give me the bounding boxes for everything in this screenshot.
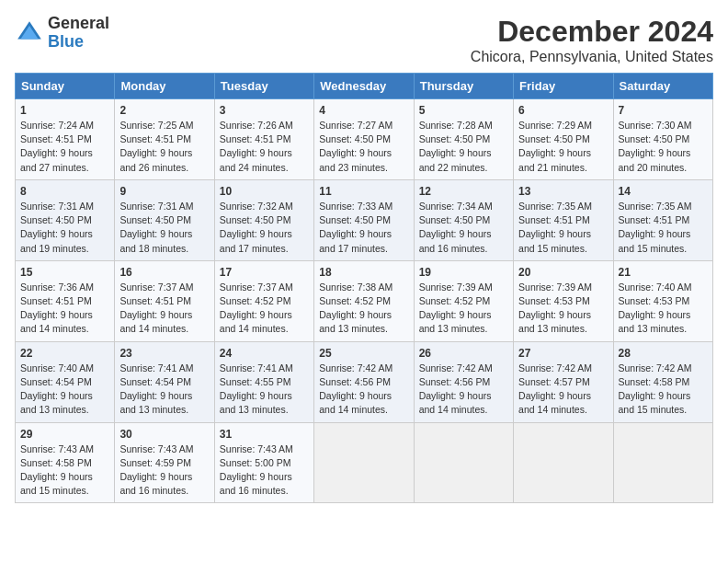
daylight-text: Daylight: 9 hours and 27 minutes.: [20, 147, 93, 172]
sunset-text: Sunset: 4:57 PM: [518, 376, 590, 387]
sunset-text: Sunset: 4:53 PM: [518, 295, 590, 306]
day-info: Sunrise: 7:27 AM Sunset: 4:50 PM Dayligh…: [319, 119, 408, 175]
daylight-text: Daylight: 9 hours and 23 minutes.: [319, 147, 392, 172]
page-header: General Blue December 2024 Chicora, Penn…: [15, 15, 713, 65]
daylight-text: Daylight: 9 hours and 16 minutes.: [419, 228, 492, 253]
sunrise-text: Sunrise: 7:25 AM: [119, 120, 193, 131]
calendar-cell: [514, 422, 613, 503]
sunrise-text: Sunrise: 7:43 AM: [220, 443, 293, 454]
daylight-text: Daylight: 9 hours and 15 minutes.: [20, 471, 93, 496]
sunrise-text: Sunrise: 7:36 AM: [20, 282, 94, 293]
title-block: December 2024 Chicora, Pennsylvania, Uni…: [471, 15, 713, 65]
daylight-text: Daylight: 9 hours and 15 minutes.: [518, 228, 591, 253]
daylight-text: Daylight: 9 hours and 13 minutes.: [20, 390, 93, 415]
column-header-tuesday: Tuesday: [214, 74, 313, 99]
calendar-cell: 5 Sunrise: 7:28 AM Sunset: 4:50 PM Dayli…: [414, 99, 513, 180]
daylight-text: Daylight: 9 hours and 24 minutes.: [220, 147, 292, 172]
day-number: 13: [518, 185, 608, 198]
calendar-cell: 10 Sunrise: 7:32 AM Sunset: 4:50 PM Dayl…: [214, 179, 313, 260]
sunset-text: Sunset: 5:00 PM: [220, 457, 291, 468]
day-number: 4: [319, 104, 408, 117]
day-info: Sunrise: 7:30 AM Sunset: 4:50 PM Dayligh…: [619, 119, 708, 175]
calendar-cell: 18 Sunrise: 7:38 AM Sunset: 4:52 PM Dayl…: [314, 260, 414, 341]
day-number: 12: [419, 185, 508, 198]
daylight-text: Daylight: 9 hours and 14 minutes.: [319, 390, 392, 415]
sunrise-text: Sunrise: 7:32 AM: [220, 201, 293, 212]
sunrise-text: Sunrise: 7:35 AM: [518, 201, 592, 212]
sunrise-text: Sunrise: 7:26 AM: [220, 120, 293, 131]
sunrise-text: Sunrise: 7:40 AM: [619, 282, 692, 293]
daylight-text: Daylight: 9 hours and 14 minutes.: [119, 309, 192, 334]
day-info: Sunrise: 7:25 AM Sunset: 4:51 PM Dayligh…: [119, 119, 209, 175]
day-number: 24: [220, 347, 309, 360]
calendar-cell: 29 Sunrise: 7:43 AM Sunset: 4:58 PM Dayl…: [16, 422, 115, 503]
daylight-text: Daylight: 9 hours and 17 minutes.: [220, 228, 292, 253]
sunrise-text: Sunrise: 7:42 AM: [619, 362, 692, 373]
calendar-week-row: 22 Sunrise: 7:40 AM Sunset: 4:54 PM Dayl…: [16, 341, 713, 422]
logo-icon: [15, 18, 44, 48]
day-number: 6: [518, 104, 608, 117]
sunset-text: Sunset: 4:54 PM: [119, 376, 191, 387]
daylight-text: Daylight: 9 hours and 13 minutes.: [619, 309, 691, 334]
calendar-cell: 21 Sunrise: 7:40 AM Sunset: 4:53 PM Dayl…: [613, 260, 712, 341]
calendar-cell: 26 Sunrise: 7:42 AM Sunset: 4:56 PM Dayl…: [414, 341, 513, 422]
day-info: Sunrise: 7:43 AM Sunset: 5:00 PM Dayligh…: [220, 442, 309, 499]
calendar-cell: 1 Sunrise: 7:24 AM Sunset: 4:51 PM Dayli…: [16, 99, 115, 180]
sunset-text: Sunset: 4:51 PM: [619, 214, 690, 225]
calendar-cell: [414, 422, 513, 503]
calendar-cell: 28 Sunrise: 7:42 AM Sunset: 4:58 PM Dayl…: [613, 341, 712, 422]
calendar-week-row: 15 Sunrise: 7:36 AM Sunset: 4:51 PM Dayl…: [16, 260, 713, 341]
day-info: Sunrise: 7:34 AM Sunset: 4:50 PM Dayligh…: [419, 200, 508, 256]
sunrise-text: Sunrise: 7:39 AM: [419, 282, 493, 293]
sunrise-text: Sunrise: 7:41 AM: [220, 362, 293, 373]
day-info: Sunrise: 7:29 AM Sunset: 4:50 PM Dayligh…: [518, 119, 608, 175]
sunset-text: Sunset: 4:54 PM: [20, 376, 92, 387]
calendar-week-row: 8 Sunrise: 7:31 AM Sunset: 4:50 PM Dayli…: [16, 179, 713, 260]
sunset-text: Sunset: 4:50 PM: [419, 133, 491, 144]
daylight-text: Daylight: 9 hours and 16 minutes.: [220, 471, 292, 496]
column-header-thursday: Thursday: [414, 74, 513, 99]
day-number: 18: [319, 266, 408, 279]
calendar-cell: 8 Sunrise: 7:31 AM Sunset: 4:50 PM Dayli…: [16, 179, 115, 260]
sunset-text: Sunset: 4:50 PM: [619, 133, 690, 144]
page-title: December 2024: [471, 15, 713, 49]
day-number: 27: [518, 347, 608, 360]
daylight-text: Daylight: 9 hours and 13 minutes.: [518, 309, 591, 334]
day-info: Sunrise: 7:35 AM Sunset: 4:51 PM Dayligh…: [619, 200, 708, 256]
day-info: Sunrise: 7:42 AM Sunset: 4:56 PM Dayligh…: [319, 362, 408, 418]
calendar-cell: 4 Sunrise: 7:27 AM Sunset: 4:50 PM Dayli…: [314, 99, 414, 180]
sunrise-text: Sunrise: 7:30 AM: [619, 120, 692, 131]
sunrise-text: Sunrise: 7:29 AM: [518, 120, 592, 131]
sunrise-text: Sunrise: 7:27 AM: [319, 120, 392, 131]
calendar-cell: 23 Sunrise: 7:41 AM Sunset: 4:54 PM Dayl…: [115, 341, 214, 422]
sunrise-text: Sunrise: 7:28 AM: [419, 120, 493, 131]
day-number: 11: [319, 185, 408, 198]
daylight-text: Daylight: 9 hours and 15 minutes.: [619, 228, 691, 253]
sunrise-text: Sunrise: 7:37 AM: [119, 282, 193, 293]
day-info: Sunrise: 7:40 AM Sunset: 4:54 PM Dayligh…: [20, 362, 109, 418]
sunrise-text: Sunrise: 7:31 AM: [119, 201, 193, 212]
calendar-header-row: SundayMondayTuesdayWednesdayThursdayFrid…: [16, 74, 713, 99]
calendar-cell: 22 Sunrise: 7:40 AM Sunset: 4:54 PM Dayl…: [16, 341, 115, 422]
calendar-cell: 3 Sunrise: 7:26 AM Sunset: 4:51 PM Dayli…: [214, 99, 313, 180]
day-number: 8: [20, 185, 109, 198]
calendar-cell: 17 Sunrise: 7:37 AM Sunset: 4:52 PM Dayl…: [214, 260, 313, 341]
calendar-cell: 30 Sunrise: 7:43 AM Sunset: 4:59 PM Dayl…: [115, 422, 214, 503]
day-info: Sunrise: 7:42 AM Sunset: 4:56 PM Dayligh…: [419, 362, 508, 418]
day-info: Sunrise: 7:31 AM Sunset: 4:50 PM Dayligh…: [119, 200, 209, 256]
calendar-cell: 14 Sunrise: 7:35 AM Sunset: 4:51 PM Dayl…: [613, 179, 712, 260]
sunset-text: Sunset: 4:51 PM: [20, 133, 92, 144]
day-info: Sunrise: 7:38 AM Sunset: 4:52 PM Dayligh…: [319, 281, 408, 337]
day-info: Sunrise: 7:33 AM Sunset: 4:50 PM Dayligh…: [319, 200, 408, 256]
day-number: 23: [119, 347, 209, 360]
day-number: 20: [518, 266, 608, 279]
sunset-text: Sunset: 4:50 PM: [419, 214, 491, 225]
day-info: Sunrise: 7:37 AM Sunset: 4:51 PM Dayligh…: [119, 281, 209, 337]
calendar-cell: 11 Sunrise: 7:33 AM Sunset: 4:50 PM Dayl…: [314, 179, 414, 260]
day-number: 28: [619, 347, 708, 360]
daylight-text: Daylight: 9 hours and 16 minutes.: [119, 471, 192, 496]
day-number: 21: [619, 266, 708, 279]
sunset-text: Sunset: 4:52 PM: [220, 295, 291, 306]
day-info: Sunrise: 7:42 AM Sunset: 4:57 PM Dayligh…: [518, 362, 608, 418]
sunset-text: Sunset: 4:58 PM: [619, 376, 690, 387]
